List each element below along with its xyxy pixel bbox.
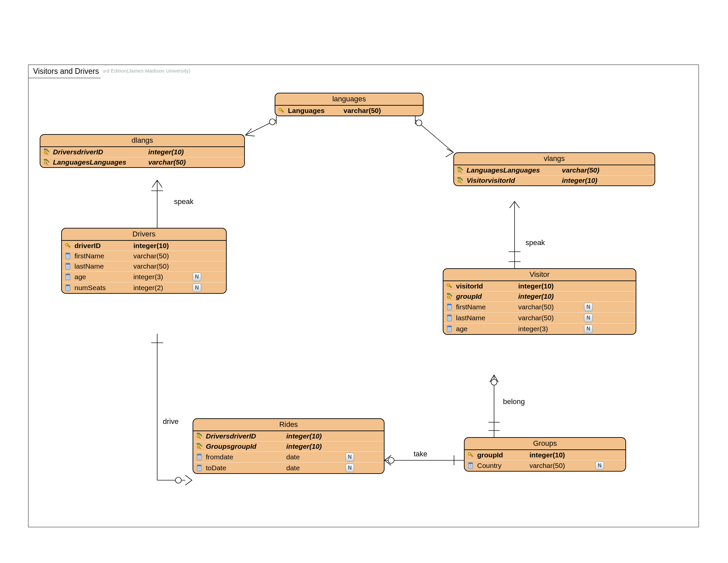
entity-groups: GroupsgroupIdinteger(10)Countryvarchar(5…	[464, 437, 626, 472]
column-row: fromdatedateN	[193, 451, 384, 462]
column-row: toDatedateN	[193, 462, 384, 473]
svg-rect-110	[469, 463, 473, 464]
column-name: firstName	[456, 303, 516, 311]
column-icon	[64, 253, 72, 259]
column-row: lastNamevarchar(50)N	[443, 312, 636, 323]
column-name: Languages	[288, 107, 341, 115]
column-name: groupId	[477, 451, 527, 459]
column-row: groupIdinteger(10)	[443, 291, 636, 302]
column-name: VisitorvisitorId	[467, 176, 559, 184]
nullable-badge: N	[595, 461, 604, 470]
svg-rect-101	[197, 465, 202, 467]
rel-speak-visitor: speak	[525, 238, 545, 247]
column-icon	[64, 273, 72, 280]
svg-rect-83	[447, 326, 452, 328]
column-type: integer(10)	[529, 451, 592, 459]
nullable-badge: N	[584, 314, 593, 322]
column-type: varchar(50)	[343, 107, 400, 115]
column-row: Languagesvarchar(50)	[275, 106, 423, 116]
svg-rect-77	[447, 315, 452, 317]
entity-title: languages	[275, 93, 423, 106]
column-row: LanguagesLanguagesvarchar(50)	[40, 157, 244, 167]
column-name: age	[74, 273, 131, 281]
entity-vlangs: vlangsLanguagesLanguagesvarchar(50)Visit…	[453, 152, 655, 186]
column-type: integer(10)	[133, 242, 190, 250]
entity-languages: languagesLanguagesvarchar(50)	[275, 93, 424, 116]
entity-title: Visitor	[443, 269, 636, 281]
column-name: DriversdriverID	[53, 148, 146, 156]
column-type: varchar(50)	[133, 252, 190, 260]
fk-icon	[42, 148, 50, 156]
column-row: VisitorvisitorIdinteger(10)	[454, 175, 655, 185]
column-row: numSeatsinteger(2)N	[62, 282, 226, 293]
svg-rect-39	[69, 246, 70, 247]
column-type: integer(10)	[286, 443, 342, 450]
rel-take: take	[414, 450, 428, 458]
column-name: LanguagesLanguages	[467, 166, 559, 174]
entity-title: Drivers	[62, 228, 226, 241]
column-type: varchar(50)	[529, 462, 592, 470]
entity-title: Rides	[193, 419, 384, 431]
column-icon	[195, 454, 203, 460]
package-title: Visitors and Drivers	[28, 65, 106, 78]
rel-drive: drive	[163, 417, 179, 426]
fk-icon	[42, 159, 50, 166]
column-type: varchar(50)	[133, 262, 190, 270]
entity-dlangs: dlangsDriversdriverIDinteger(10)Language…	[40, 134, 245, 168]
column-row: firstNamevarchar(50)N	[443, 302, 636, 312]
column-type: date	[286, 453, 342, 461]
svg-rect-41	[66, 253, 70, 255]
fk-icon	[195, 443, 203, 450]
page: Visual Paradigm for UML Standard Edition…	[0, 0, 728, 563]
svg-rect-59	[66, 285, 70, 287]
svg-rect-95	[197, 454, 202, 456]
column-icon	[445, 304, 453, 310]
column-row: LanguagesLanguagesvarchar(50)	[454, 165, 655, 175]
column-name: GroupsgroupId	[206, 443, 284, 450]
rel-speak-drivers: speak	[174, 197, 194, 206]
svg-rect-108	[472, 456, 473, 456]
column-row: driverIDinteger(10)	[62, 241, 226, 251]
nullable-badge: N	[345, 453, 354, 461]
column-row: Countryvarchar(50)N	[465, 460, 625, 471]
column-name: Country	[477, 462, 527, 470]
nullable-badge: N	[192, 272, 202, 281]
column-icon	[445, 326, 453, 332]
svg-rect-33	[460, 171, 462, 173]
svg-rect-71	[447, 304, 452, 306]
nullable-badge: N	[584, 325, 593, 333]
svg-rect-24	[282, 111, 283, 112]
column-type: varchar(50)	[562, 166, 618, 174]
column-name: age	[456, 325, 516, 333]
column-name: lastName	[74, 262, 131, 270]
column-icon	[64, 285, 72, 291]
svg-rect-90	[199, 437, 201, 439]
rel-belong: belong	[503, 398, 525, 406]
entity-title: Groups	[465, 438, 625, 450]
column-row: lastNamevarchar(50)	[62, 261, 226, 271]
entity-visitor: VisitorvisitorIdinteger(10)groupIdintege…	[443, 268, 636, 335]
column-type: varchar(50)	[148, 158, 205, 166]
fk-icon	[456, 177, 464, 184]
column-row: visitorIdinteger(10)	[443, 281, 636, 291]
column-row: ageinteger(3)N	[62, 271, 226, 282]
nullable-badge: N	[345, 464, 354, 472]
entity-title: dlangs	[40, 135, 244, 147]
column-icon	[467, 462, 475, 469]
column-name: DriversdriverID	[206, 432, 284, 440]
column-type: integer(10)	[148, 148, 205, 156]
column-name: lastName	[456, 314, 516, 322]
fk-icon	[195, 433, 203, 440]
svg-rect-93	[199, 447, 201, 449]
entity-rides: RidesDriversdriverIDinteger(10)Groupsgro…	[193, 418, 385, 474]
column-type: integer(3)	[518, 325, 581, 333]
fk-icon	[445, 293, 453, 300]
column-name: firstName	[74, 252, 131, 260]
column-row: firstNamevarchar(50)	[62, 251, 226, 261]
column-row: DriversdriverIDinteger(10)	[193, 431, 384, 441]
column-name: LanguagesLanguages	[53, 158, 146, 166]
svg-rect-47	[66, 263, 70, 265]
svg-rect-69	[449, 297, 451, 300]
column-name: toDate	[206, 464, 284, 472]
svg-rect-66	[450, 287, 451, 288]
